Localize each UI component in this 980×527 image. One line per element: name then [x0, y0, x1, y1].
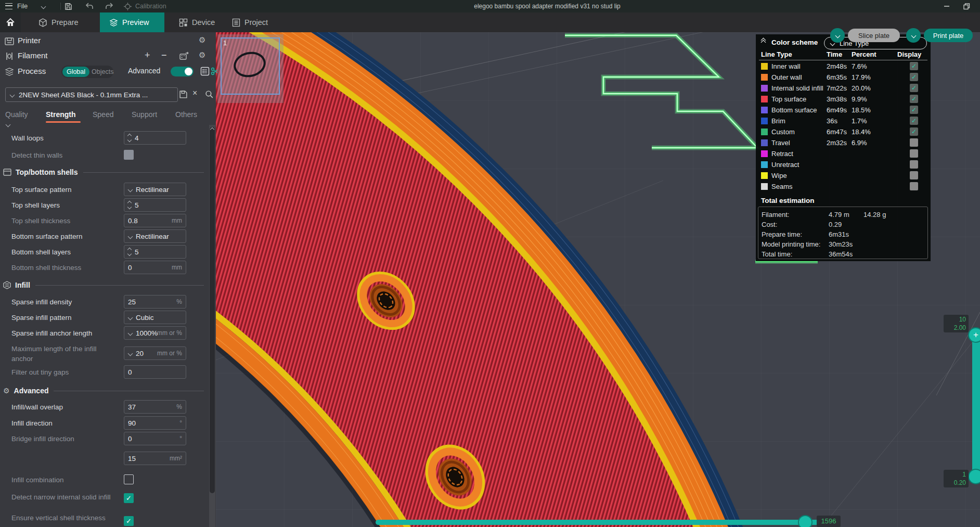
- setting-label: Ensure vertical shell thickness: [11, 513, 120, 523]
- redo-button[interactable]: [105, 0, 113, 12]
- save-button[interactable]: [65, 0, 72, 12]
- undo-button[interactable]: [85, 0, 94, 12]
- calibration-icon: [124, 3, 132, 10]
- tab-support[interactable]: Support: [132, 110, 157, 119]
- move-slider-handle[interactable]: [798, 515, 813, 527]
- minimize-button[interactable]: [939, 0, 954, 12]
- tab-device[interactable]: Device: [179, 12, 215, 32]
- display-checkbox[interactable]: ✓: [910, 84, 918, 92]
- printer-settings-gear-icon[interactable]: ⚙: [199, 35, 205, 45]
- print-plate-button[interactable]: Print plate: [924, 29, 973, 42]
- tab-project[interactable]: Project: [232, 12, 268, 32]
- calibration-button[interactable]: Calibration: [124, 0, 166, 12]
- layer-slider-bottom-handle[interactable]: [968, 469, 980, 484]
- layer-slider-top-handle[interactable]: +: [968, 327, 980, 343]
- display-checkbox[interactable]: [910, 138, 918, 147]
- display-checkbox[interactable]: [910, 171, 918, 179]
- display-checkbox[interactable]: ✓: [910, 127, 918, 136]
- tab-preview[interactable]: Preview: [100, 12, 164, 32]
- detect-thin-walls-checkbox[interactable]: [124, 150, 134, 160]
- ensure-vertical-shell-checkbox[interactable]: ✓: [124, 516, 134, 526]
- line-type-label: Bottom surface: [771, 106, 817, 114]
- settings-sidebar: Printer ⚙ Filament + − ⚙ Process Global …: [0, 32, 216, 527]
- printer-section-row[interactable]: Printer ⚙: [0, 34, 216, 48]
- layer-slider-track[interactable]: [972, 333, 980, 478]
- detect-narrow-infill-checkbox[interactable]: ✓: [124, 493, 134, 503]
- setting-label: Sparse infill pattern: [11, 313, 120, 323]
- bottom-shell-layers-spinner[interactable]: 5: [124, 245, 186, 259]
- spinner-arrows-icon[interactable]: [128, 248, 131, 255]
- tab-prepare-label: Prepare: [51, 18, 79, 27]
- infill-direction-input[interactable]: 90 °: [124, 416, 186, 430]
- infill-combination-checkbox[interactable]: [124, 474, 134, 484]
- infill-wall-overlap-input[interactable]: 37 %: [124, 400, 186, 414]
- tab-quality[interactable]: Quality: [5, 110, 28, 119]
- plate-thumbnail[interactable]: 1: [217, 34, 283, 103]
- process-preset-select[interactable]: 2NEW Sheet ABS Black - 0.1mm Extra ...: [5, 87, 178, 102]
- top-shell-layers-spinner[interactable]: 5: [124, 198, 186, 212]
- total-value: 36m54s: [829, 250, 853, 258]
- display-checkbox[interactable]: ✓: [910, 62, 918, 70]
- slice-options-button[interactable]: [830, 28, 845, 43]
- bottom-shell-thickness-input[interactable]: 0 mm: [124, 261, 186, 274]
- bridge-infill-direction-input[interactable]: 0 °: [124, 432, 186, 445]
- collapse-panel-button[interactable]: [762, 38, 765, 44]
- add-filament-button[interactable]: +: [145, 50, 150, 61]
- color-swatch: [761, 107, 768, 113]
- section-collapse-caret[interactable]: [6, 122, 11, 127]
- section-infill[interactable]: Infill: [3, 280, 207, 290]
- display-checkbox[interactable]: [910, 149, 918, 158]
- display-checkbox[interactable]: ✓: [910, 95, 918, 103]
- advanced-toggle[interactable]: [171, 67, 194, 76]
- sparse-infill-density-input[interactable]: 25 %: [124, 295, 186, 309]
- save-preset-icon[interactable]: [179, 90, 188, 99]
- sidebar-scrollbar-thumb[interactable]: [210, 127, 215, 493]
- file-menu[interactable]: File: [5, 0, 28, 12]
- compare-presets-icon[interactable]: [211, 67, 219, 76]
- delete-preset-icon[interactable]: ×: [192, 88, 197, 98]
- max-infill-anchor-value: 20: [136, 350, 144, 357]
- spinner-arrows-icon[interactable]: [128, 201, 131, 209]
- display-checkbox[interactable]: ✓: [910, 106, 918, 114]
- filter-tiny-gaps-input[interactable]: 0: [124, 365, 186, 379]
- file-menu-expander[interactable]: [42, 0, 45, 12]
- spinner-arrows-icon[interactable]: [128, 134, 131, 142]
- scope-global-button[interactable]: Global: [62, 67, 89, 77]
- hamburger-icon: [5, 3, 12, 9]
- section-advanced[interactable]: ⚙ Advanced: [3, 385, 207, 396]
- section-top-bottom-shells[interactable]: Top/bottom shells: [3, 167, 207, 177]
- tab-others[interactable]: Others: [175, 110, 197, 119]
- search-icon[interactable]: [205, 90, 214, 99]
- min-sparse-infill-threshold-input[interactable]: 15 mm²: [124, 452, 186, 465]
- legend-row: Internal solid infill 7m22s 20.0% ✓: [756, 83, 931, 94]
- slice-plate-button[interactable]: Slice plate: [848, 29, 900, 42]
- tab-strength[interactable]: Strength: [46, 110, 76, 119]
- top-surface-pattern-select[interactable]: Rectilinear: [124, 183, 186, 196]
- display-checkbox[interactable]: [910, 182, 918, 190]
- tab-prepare[interactable]: Prepare: [38, 12, 79, 32]
- legend-row: Brim 36s 1.7% ✓: [756, 115, 931, 126]
- display-checkbox[interactable]: [910, 160, 918, 169]
- move-slider-track[interactable]: [376, 520, 819, 525]
- filament-sync-icon[interactable]: [179, 51, 189, 61]
- display-checkbox[interactable]: ✓: [910, 73, 918, 81]
- bottom-surface-pattern-select[interactable]: Rectilinear: [124, 229, 186, 243]
- home-button[interactable]: [0, 12, 21, 32]
- remove-filament-button[interactable]: −: [161, 50, 167, 61]
- sparse-infill-anchor-length-select[interactable]: 1000% mm or %: [124, 326, 186, 340]
- restore-button[interactable]: [959, 0, 974, 12]
- sparse-infill-pattern-select[interactable]: Cubic: [124, 311, 186, 324]
- setting-label: Sparse infill density: [11, 297, 120, 307]
- print-options-button[interactable]: [906, 28, 921, 43]
- tab-speed[interactable]: Speed: [93, 110, 113, 119]
- redo-icon: [105, 3, 113, 10]
- wall-loops-spinner[interactable]: 4: [124, 131, 186, 145]
- filament-section-row[interactable]: Filament + − ⚙: [0, 49, 216, 63]
- filament-settings-gear-icon[interactable]: ⚙: [199, 50, 205, 60]
- chevron-down-icon: [911, 33, 916, 38]
- display-checkbox[interactable]: ✓: [910, 117, 918, 125]
- top-shell-thickness-input[interactable]: 0.8 mm: [124, 214, 186, 227]
- max-infill-anchor-select[interactable]: 20 mm or %: [124, 346, 186, 360]
- scope-objects-button[interactable]: Objects: [92, 67, 113, 77]
- parameter-table-icon[interactable]: [200, 67, 210, 76]
